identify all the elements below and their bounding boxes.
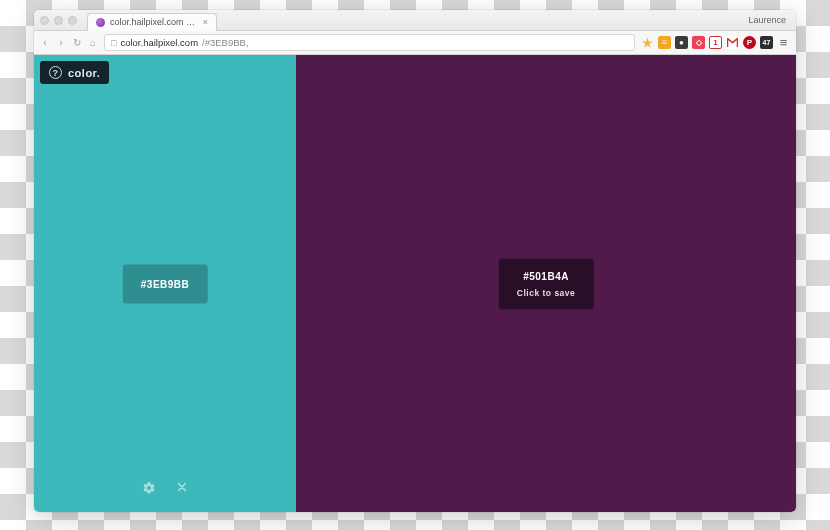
reload-button[interactable]: ↻ — [72, 37, 82, 48]
bookmark-star-icon[interactable]: ★ — [641, 36, 654, 49]
active-color-panel[interactable]: #501B4A Click to save — [296, 55, 796, 512]
swatch-controls — [142, 481, 188, 498]
browser-tab[interactable]: color.hailpixel.com - Swatc × — [87, 13, 217, 31]
privacy-extension-icon[interactable]: ● — [675, 36, 688, 49]
browser-window: color.hailpixel.com - Swatc × Laurence ‹… — [34, 10, 796, 512]
url-field[interactable]: □ color.hailpixel.com/#3EB9BB, — [104, 34, 635, 51]
saved-swatch-label[interactable]: #3EB9BB — [123, 264, 208, 303]
delete-swatch-icon[interactable] — [176, 481, 188, 498]
maximize-window-button[interactable] — [68, 16, 77, 25]
extension-icons: ★ ≡ ● ◇ 1 P 47 ≡ — [641, 36, 790, 49]
settings-icon[interactable] — [142, 481, 156, 498]
pinterest-extension-icon[interactable]: P — [743, 36, 756, 49]
onepassword-extension-icon[interactable]: 1 — [709, 36, 722, 49]
back-button[interactable]: ‹ — [40, 37, 50, 48]
url-path: /#3EB9BB, — [202, 37, 248, 48]
saved-color-panel[interactable]: ? color. #3EB9BB — [34, 55, 296, 512]
page-viewport: ? color. #3EB9BB #501B4A Click to save — [34, 55, 796, 512]
tab-favicon — [96, 18, 105, 27]
minimize-window-button[interactable] — [54, 16, 63, 25]
buffer-extension-icon[interactable]: ≡ — [658, 36, 671, 49]
browser-menu-icon[interactable]: ≡ — [777, 36, 790, 49]
saved-swatch-hex: #3EB9BB — [141, 278, 190, 289]
profile-label[interactable]: Laurence — [748, 15, 790, 25]
url-host: color.hailpixel.com — [120, 37, 198, 48]
site-logo-badge[interactable]: ? color. — [40, 61, 109, 84]
gmail-extension-icon[interactable] — [726, 36, 739, 49]
active-swatch-label[interactable]: #501B4A Click to save — [499, 258, 593, 309]
pocket-extension-icon[interactable]: ◇ — [692, 36, 705, 49]
toolbar: ‹ › ↻ ⌂ □ color.hailpixel.com/#3EB9BB, ★… — [34, 31, 796, 55]
tab-title: color.hailpixel.com - Swatc — [110, 17, 198, 27]
active-swatch-hint: Click to save — [517, 287, 575, 297]
help-icon: ? — [49, 66, 62, 79]
titlebar: color.hailpixel.com - Swatc × Laurence — [34, 10, 796, 31]
window-controls — [40, 16, 77, 25]
active-swatch-hex: #501B4A — [523, 270, 569, 281]
forward-button[interactable]: › — [56, 37, 66, 48]
site-logo-text: color. — [68, 67, 100, 79]
home-button[interactable]: ⌂ — [88, 37, 98, 48]
page-icon: □ — [111, 38, 116, 48]
close-tab-icon[interactable]: × — [203, 17, 208, 27]
notification-count-badge[interactable]: 47 — [760, 36, 773, 49]
close-window-button[interactable] — [40, 16, 49, 25]
